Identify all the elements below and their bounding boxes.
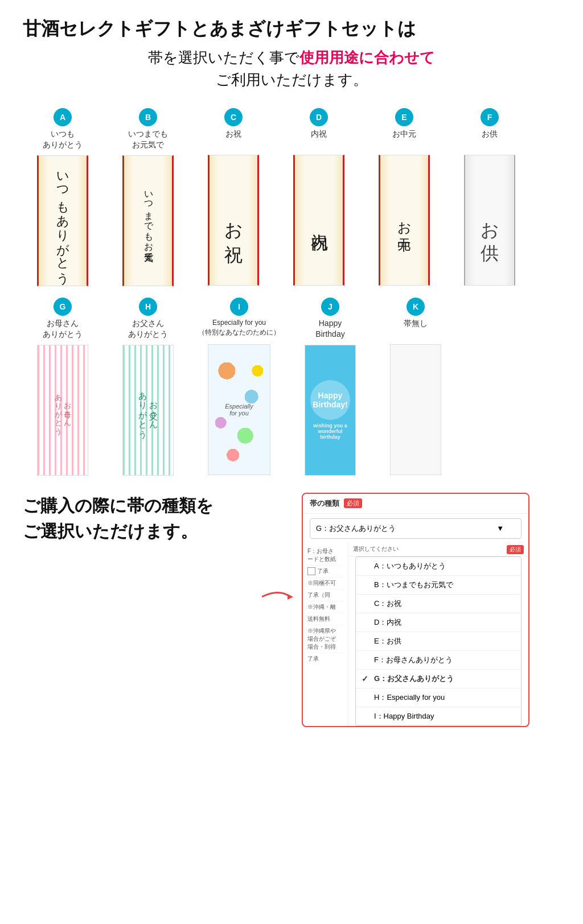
chevron-down-icon: ▼ bbox=[496, 524, 504, 533]
band-image-k bbox=[390, 344, 441, 475]
label-e: お中元 bbox=[392, 129, 416, 150]
band-item-d: D 内祝 内祝 bbox=[279, 108, 359, 286]
svg-marker-0 bbox=[288, 594, 293, 600]
dropdown-panel[interactable]: 帯の種類 必須 G：お父さんありがとう ▼ F：お母さードと数紙 了承 bbox=[302, 493, 529, 727]
band-image-g: お母さんありがとう bbox=[37, 345, 88, 476]
badge-i: I bbox=[230, 298, 248, 316]
checkbox-1[interactable] bbox=[307, 567, 315, 575]
option-a-label: A：いつもありがとう bbox=[374, 561, 446, 571]
calligraphy-h: お父さんありがとう bbox=[137, 386, 159, 434]
band-item-g: G お母さんありがとう お母さんありがとう bbox=[23, 298, 102, 476]
purchase-line2: ご選択いただけます。 bbox=[23, 522, 198, 541]
band-item-b: B いつまでもお元気で いつまでもお元気で bbox=[108, 108, 188, 286]
badge-e: E bbox=[395, 108, 413, 126]
mini-form-left: F：お母さードと数紙 了承 ※同梱不可 了承（同 ※沖縄・離 送料無料 ※沖縄県… bbox=[303, 543, 348, 726]
required-badge: 必須 bbox=[344, 498, 362, 508]
band-image-b: いつまでもお元気で bbox=[122, 155, 174, 286]
mini-row-checkbox: 了承 bbox=[307, 566, 343, 578]
list-placeholder: 選択してください bbox=[353, 545, 399, 554]
option-h[interactable]: H：Especially for you bbox=[356, 688, 521, 707]
calligraphy-i: Especiallyfor you bbox=[225, 403, 253, 416]
label-h: お父さんありがとう bbox=[128, 318, 168, 340]
band-image-i: Especiallyfor you bbox=[208, 344, 270, 475]
check-g: ✓ bbox=[362, 674, 371, 683]
title-highlight: 使用用途に合わせて bbox=[299, 49, 435, 66]
dropdown-list[interactable]: A：いつもありがとう B：いつまでもお元気で C：お祝 bbox=[355, 556, 522, 726]
band-item-j: J HappyBirthday HappyBirthday! wishing y… bbox=[290, 298, 370, 476]
required-badge-2: 必須 bbox=[507, 545, 524, 554]
label-c: お祝 bbox=[225, 129, 241, 150]
band-image-d: 内祝 bbox=[293, 155, 344, 286]
label-i: Especially for you（特別なあなたのために） bbox=[198, 318, 280, 340]
calligraphy-f: お供 bbox=[477, 209, 502, 230]
check-a bbox=[362, 562, 371, 571]
band-item-f: F お供 お供 bbox=[450, 108, 529, 286]
check-d bbox=[362, 618, 371, 627]
check-h bbox=[362, 693, 371, 702]
badge-a: A bbox=[54, 108, 72, 126]
band-grid-top: A いつもありがとう いつもありがとう B いつまでもお元気で いつまでもお元気… bbox=[23, 108, 560, 286]
option-c[interactable]: C：お祝 bbox=[356, 595, 521, 613]
check-i bbox=[362, 712, 371, 721]
birthday-content: HappyBirthday! wishing you awonderful bi… bbox=[305, 374, 356, 446]
band-item-i: I Especially for you（特別なあなたのために） Especia… bbox=[194, 298, 285, 476]
badge-d: D bbox=[310, 108, 328, 126]
band-item-a: A いつもありがとう いつもありがとう bbox=[23, 108, 102, 286]
badge-j: J bbox=[321, 298, 339, 316]
mini-row-5: 送料無料 bbox=[307, 613, 343, 625]
calligraphy-a: いつもありがとう bbox=[54, 164, 71, 278]
badge-g: G bbox=[54, 298, 72, 316]
dropdown-header-label: 帯の種類 bbox=[310, 498, 339, 509]
main-title: 甘酒セレクトギフトとあまざけギフトセットは bbox=[23, 17, 560, 41]
option-f[interactable]: F：お母さんありがとう bbox=[356, 651, 521, 670]
badge-h: H bbox=[139, 298, 157, 316]
option-a[interactable]: A：いつもありがとう bbox=[356, 557, 521, 576]
calligraphy-g: お母さんありがとう bbox=[53, 389, 72, 431]
title-line3: ご利用いただけます。 bbox=[216, 71, 368, 88]
band-image-j: HappyBirthday! wishing you awonderful bi… bbox=[305, 345, 356, 476]
badge-k: K bbox=[407, 298, 425, 316]
calligraphy-e: お中元 bbox=[395, 212, 413, 228]
mini-row-4: ※沖縄・離 bbox=[307, 601, 343, 613]
dropdown-outer: 帯の種類 必須 G：お父さんありがとう ▼ F：お母さードと数紙 了承 bbox=[302, 493, 529, 727]
band-image-c: お祝 bbox=[208, 155, 259, 286]
option-d[interactable]: D：内祝 bbox=[356, 613, 521, 632]
purchase-line1: ご購入の際に帯の種類を bbox=[23, 496, 214, 515]
sub-title: 帯を選択いただく事で使用用途に合わせて ご利用いただけます。 bbox=[23, 47, 560, 91]
option-b[interactable]: B：いつまでもお元気で bbox=[356, 576, 521, 595]
title-line2-prefix: 帯を選択いただく事で bbox=[148, 49, 299, 66]
badge-b: B bbox=[139, 108, 157, 126]
dropdown-select-box[interactable]: G：お父さんありがとう ▼ bbox=[310, 518, 522, 539]
option-h-label: H：Especially for you bbox=[374, 692, 445, 703]
option-e[interactable]: E：お供 bbox=[356, 632, 521, 651]
label-g: お母さんありがとう bbox=[43, 318, 83, 340]
page-container: 甘酒セレクトギフトとあまざけギフトセットは 帯を選択いただく事で使用用途に合わせ… bbox=[0, 0, 583, 744]
check-c bbox=[362, 599, 371, 608]
pink-arrow-icon bbox=[262, 588, 296, 605]
badge-f: F bbox=[481, 108, 499, 126]
band-image-e: お中元 bbox=[379, 155, 430, 286]
band-item-c: C お祝 お祝 bbox=[194, 108, 273, 286]
title-line1: 甘酒セレクトギフトとあまざけギフトセットは bbox=[23, 18, 416, 39]
label-a: いつもありがとう bbox=[43, 129, 83, 151]
dropdown-list-container: 選択してください 必須 A：いつもありがとう B：いつまでもお元気で bbox=[348, 543, 528, 726]
option-e-label: E：お供 bbox=[374, 636, 401, 646]
badge-c: C bbox=[224, 108, 243, 126]
label-j: HappyBirthday bbox=[315, 318, 344, 340]
option-f-label: F：お母さんありがとう bbox=[374, 655, 453, 665]
band-image-h: お父さんありがとう bbox=[122, 345, 174, 476]
purchase-text: ご購入の際に帯の種類を ご選択いただけます。 bbox=[23, 493, 279, 544]
mini-row-6: ※沖縄県や場合がごぞ場合・到得 bbox=[307, 625, 343, 653]
check-e bbox=[362, 637, 371, 646]
label-k: 帯無し bbox=[404, 318, 428, 340]
mini-row-2: ※同梱不可 bbox=[307, 578, 343, 589]
label-d: 内祝 bbox=[311, 129, 327, 150]
option-g[interactable]: ✓ G：お父さんありがとう bbox=[356, 670, 521, 688]
selected-value: G：お父さんありがとう bbox=[316, 523, 396, 534]
band-item-k: K 帯無し bbox=[376, 298, 455, 476]
band-image-a: いつもありがとう bbox=[37, 155, 88, 286]
option-i[interactable]: I：Happy Birthday bbox=[356, 707, 521, 725]
calligraphy-c: お祝 bbox=[221, 209, 246, 230]
check-b bbox=[362, 580, 371, 589]
band-grid-bottom: G お母さんありがとう お母さんありがとう H お父さんありがとう お父さんあり… bbox=[23, 298, 560, 476]
